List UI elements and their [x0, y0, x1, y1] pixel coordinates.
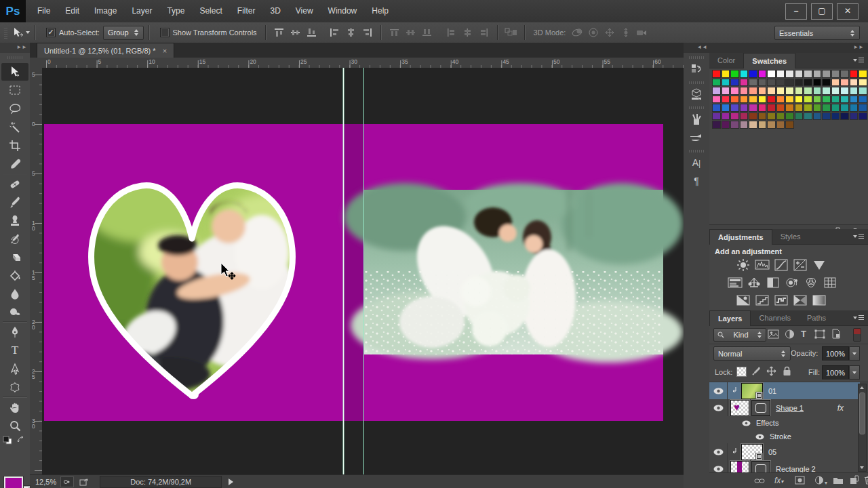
color-swatch[interactable] [850, 104, 859, 112]
tab-styles[interactable]: Styles [772, 229, 809, 244]
delete-layer-icon[interactable] [864, 475, 868, 486]
color-swatch[interactable] [840, 96, 849, 104]
heart-photo-layer[interactable] [61, 171, 324, 403]
menu-filter[interactable]: Filter [230, 0, 263, 22]
tool-path-selection[interactable] [1, 360, 28, 378]
layer-thumbnail[interactable] [741, 383, 763, 399]
filter-shape-layers-icon[interactable] [814, 329, 825, 340]
foreground-color-swatch[interactable] [4, 476, 23, 488]
align-bottom-edges-icon[interactable] [304, 25, 319, 40]
swatch-grid[interactable] [712, 70, 867, 129]
tool-crop[interactable] [1, 136, 28, 154]
color-swatch[interactable] [840, 113, 849, 121]
tool-eyedropper[interactable] [1, 155, 28, 172]
distribute-vertical-centers-icon[interactable] [403, 25, 418, 40]
menu-edit[interactable]: Edit [58, 0, 87, 22]
document-size-info[interactable]: Doc: 74,2M/90,2M [100, 476, 222, 488]
3d-drag-icon[interactable] [602, 25, 617, 40]
tool-rectangular-marquee[interactable] [1, 81, 28, 99]
black-and-white-icon[interactable] [765, 275, 781, 290]
menu-type[interactable]: Type [159, 0, 192, 22]
color-swatch[interactable] [795, 96, 804, 104]
layer-thumbnail[interactable]: ♥ [730, 400, 749, 416]
color-swatch[interactable] [813, 96, 822, 104]
color-swatch[interactable] [767, 79, 776, 87]
exposure-icon[interactable] [792, 258, 808, 272]
minimize-button[interactable]: – [785, 3, 807, 20]
tab-swatches[interactable]: Swatches [743, 53, 795, 68]
color-swatch[interactable] [785, 79, 794, 87]
visibility-toggle[interactable] [709, 399, 728, 416]
tab-color[interactable]: Color [709, 53, 743, 68]
guide-right[interactable] [363, 68, 364, 474]
color-swatch[interactable] [740, 70, 749, 78]
channel-mixer-icon[interactable] [803, 275, 819, 290]
color-swatch[interactable] [831, 79, 840, 87]
color-swatch[interactable] [758, 79, 767, 87]
align-vertical-centers-icon[interactable] [288, 25, 303, 40]
lock-paint-icon[interactable] [751, 367, 762, 378]
opacity-dropdown[interactable] [849, 346, 860, 361]
tool-zoom[interactable] [1, 417, 28, 434]
color-swatch[interactable] [804, 113, 812, 121]
color-swatch[interactable] [758, 87, 767, 95]
color-swatch[interactable] [840, 70, 849, 78]
tool-blur[interactable] [1, 285, 28, 302]
color-swatch[interactable] [740, 79, 749, 87]
adobe-drive-icon[interactable] [60, 476, 74, 487]
3d-roll-icon[interactable] [586, 25, 601, 40]
color-swatch[interactable] [831, 104, 840, 112]
color-swatch[interactable] [785, 70, 794, 78]
tool-move[interactable] [1, 63, 28, 81]
color-swatch[interactable] [758, 70, 767, 78]
color-swatch[interactable] [859, 113, 867, 121]
layer-name[interactable]: Shape 1 [776, 404, 804, 412]
hue-saturation-icon[interactable] [727, 275, 743, 290]
panel-menu-icon[interactable] [853, 57, 864, 64]
menu-window[interactable]: Window [321, 0, 365, 22]
3d-scale-camera-icon[interactable] [635, 25, 650, 40]
brush-presets-panel-icon[interactable] [685, 110, 708, 128]
color-swatch[interactable] [749, 87, 757, 95]
color-swatch[interactable] [776, 79, 785, 87]
add-layer-mask-icon[interactable] [795, 476, 805, 486]
align-horizontal-centers-icon[interactable] [344, 25, 359, 40]
posterize-icon[interactable] [754, 293, 770, 308]
color-swatch[interactable] [722, 87, 730, 95]
new-group-icon[interactable] [833, 476, 844, 486]
color-swatch[interactable] [785, 104, 794, 112]
color-swatch[interactable] [740, 104, 749, 112]
menu-select[interactable]: Select [192, 0, 229, 22]
lock-position-icon[interactable] [766, 366, 776, 378]
color-swatch[interactable] [831, 70, 840, 78]
menu-help[interactable]: Help [364, 0, 396, 22]
maximize-button[interactable]: ▢ [811, 3, 833, 20]
ruler-corner[interactable] [30, 58, 43, 68]
color-swatch[interactable] [804, 70, 812, 78]
color-swatch[interactable] [776, 87, 785, 95]
menu-layer[interactable]: Layer [124, 0, 159, 22]
color-swatch[interactable] [822, 96, 831, 104]
link-layers-icon[interactable] [754, 477, 765, 485]
layer-name[interactable]: Rectangle 2 [776, 465, 816, 473]
history-panel-icon[interactable] [685, 60, 708, 78]
layers-scrollbar-thumb[interactable] [859, 392, 865, 434]
color-swatch[interactable] [730, 104, 739, 112]
3d-rotate-icon[interactable] [570, 25, 585, 40]
color-swatch[interactable] [831, 96, 840, 104]
tool-clone-stamp[interactable] [1, 211, 28, 229]
layer-filter-kind-dropdown[interactable]: Kind [713, 328, 766, 342]
layer-fx-badge[interactable]: fx [837, 403, 844, 413]
color-swatch[interactable] [712, 96, 721, 104]
panel-menu-icon[interactable] [853, 314, 864, 322]
vertical-ruler[interactable]: 5051 01 52 02 53 0 [30, 68, 43, 488]
color-swatch[interactable] [813, 79, 822, 87]
color-swatch[interactable] [749, 79, 757, 87]
color-swatch[interactable] [776, 113, 785, 121]
color-swatch[interactable] [840, 79, 849, 87]
tool-paint-bucket[interactable] [1, 266, 28, 284]
tool-type[interactable]: T [1, 342, 28, 359]
color-swatch[interactable] [712, 104, 721, 112]
tab-paths[interactable]: Paths [799, 310, 834, 325]
color-swatch[interactable] [785, 113, 794, 121]
